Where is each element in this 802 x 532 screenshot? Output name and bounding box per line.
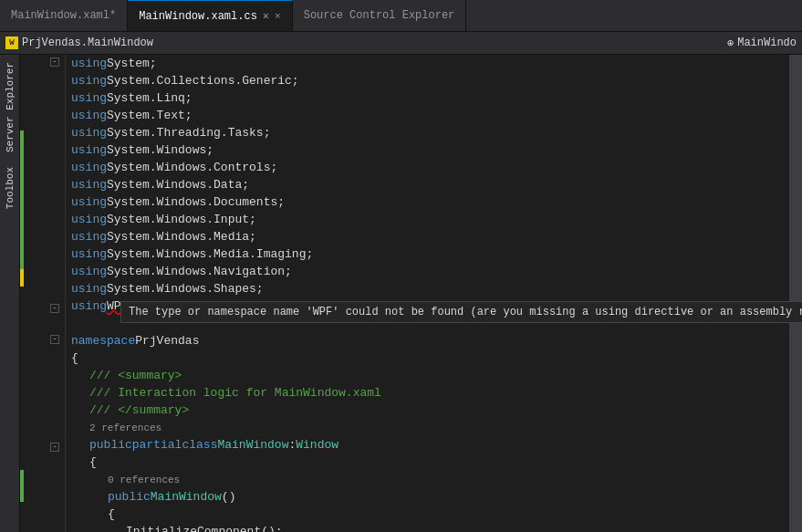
code-text: System.Linq; — [107, 91, 193, 105]
code-text: System.Windows.Navigation; — [107, 265, 292, 278]
gutter-row — [20, 193, 65, 209]
type-name: MainWindow — [217, 438, 288, 452]
gutter-row — [20, 209, 65, 224]
scrollbar[interactable] — [789, 55, 802, 532]
gutter-row: - — [20, 440, 65, 455]
code-line: namespace PrjVendas — [71, 332, 789, 349]
sidebar-strip: Server Explorer Toolbox — [0, 55, 20, 532]
collapse-icon[interactable]: - — [50, 443, 59, 452]
comment: /// <summary> — [89, 369, 182, 382]
gutter-row — [20, 424, 65, 440]
tab-bar: MainWindow.xaml* MainWindow.xaml.cs ✕ × … — [0, 0, 802, 32]
code-text: { — [108, 507, 115, 521]
code-line: using System.Windows.Controls; — [71, 159, 789, 176]
gutter-row — [20, 117, 65, 132]
gutter-row — [20, 409, 65, 424]
code-line: 0 references — [71, 471, 789, 488]
code-text: System.Windows.Data; — [107, 178, 249, 192]
code-line: using System.Text; — [71, 107, 789, 124]
gutter-row — [20, 101, 65, 117]
keyword: using — [71, 161, 107, 174]
breadcrumb-right: ⊕ MainWindo — [727, 37, 797, 50]
collapse-icon[interactable]: - — [50, 57, 59, 67]
code-text: System.Collections.Generic; — [107, 74, 299, 88]
code-line: using System.Windows.Media.Imaging; — [71, 245, 789, 263]
gutter-row — [20, 393, 65, 409]
tab-cs-modified: ✕ — [263, 9, 269, 23]
code-text: { — [71, 351, 78, 365]
collapse-icon[interactable]: - — [50, 304, 59, 313]
gutter: ---- — [20, 55, 66, 532]
code-area[interactable]: using System;using System.Collections.Ge… — [66, 55, 789, 532]
type-name: MainWindow — [151, 490, 222, 504]
code-line: { — [71, 454, 789, 471]
code-text: () — [222, 490, 236, 504]
code-text: System.Windows; — [107, 143, 214, 157]
code-line: using System.Windows.Media; — [71, 228, 789, 245]
code-line: /// </summary> — [71, 402, 789, 419]
gutter-row — [20, 270, 65, 286]
gutter-row — [20, 255, 65, 270]
reference-count: 2 references — [89, 422, 161, 433]
keyword: using — [71, 195, 107, 209]
code-text: PrjVendas — [135, 334, 199, 348]
collapse-icon[interactable]: - — [50, 335, 59, 344]
code-line: using WPF.Themes; — [71, 297, 789, 315]
code-line: using System.Windows.Data; — [71, 176, 789, 193]
sidebar-item-toolbox[interactable]: Toolbox — [3, 160, 17, 216]
gutter-row — [20, 286, 65, 301]
gutter-row — [20, 317, 65, 332]
code-text: System.Windows.Documents; — [107, 195, 285, 209]
gutter-row — [20, 516, 65, 532]
type-name: Window — [296, 438, 339, 452]
gutter-row — [20, 147, 65, 162]
code-line: using System.Threading.Tasks; — [71, 124, 789, 141]
keyword: using — [71, 109, 107, 122]
keyword: class — [182, 438, 217, 452]
tab-xaml-label: MainWindow.xaml* — [11, 9, 116, 22]
code-line: using System.Windows.Input; — [71, 211, 789, 228]
keyword: using — [71, 299, 107, 313]
tab-cs-label: MainWindow.xaml.cs — [139, 10, 257, 23]
gutter-row — [20, 471, 65, 486]
code-text: System.Windows.Input; — [107, 213, 256, 226]
reference-count: 0 references — [108, 475, 180, 485]
keyword: using — [71, 91, 107, 105]
gutter-row — [20, 455, 65, 471]
keyword: using — [71, 57, 107, 70]
keyword: using — [71, 178, 107, 192]
keyword: public — [108, 490, 151, 504]
gutter-row — [20, 348, 65, 363]
code-text: System.Windows.Media; — [107, 230, 256, 244]
tab-sce[interactable]: Source Control Explorer — [293, 0, 467, 31]
sidebar-item-server-explorer[interactable]: Server Explorer — [3, 55, 17, 160]
comment: /// Interaction logic for MainWindow.xam… — [89, 386, 381, 400]
code-line: 2 references — [71, 419, 789, 436]
gutter-row — [20, 363, 65, 379]
code-line: InitializeComponent(); — [71, 523, 789, 532]
code-text: { — [89, 455, 97, 469]
search-icon[interactable]: ⊕ — [727, 37, 734, 50]
gutter-row: - — [20, 55, 65, 70]
keyword: namespace — [71, 334, 135, 348]
tab-cs-close[interactable]: × — [275, 11, 281, 22]
gutter-row — [20, 501, 65, 516]
code-text: System.Windows.Controls; — [107, 161, 277, 174]
code-line: { — [71, 506, 789, 523]
tab-sce-label: Source Control Explorer — [304, 9, 455, 22]
code-text: System.Text; — [107, 109, 193, 122]
gutter-row — [20, 486, 65, 502]
code-line: using System.Windows.Documents; — [71, 193, 789, 211]
keyword: using — [71, 213, 107, 226]
keyword: using — [71, 247, 107, 261]
window-icon: W — [5, 37, 18, 49]
keyword: using — [71, 143, 107, 157]
code-line: public partial class MainWindow : Window — [71, 436, 789, 454]
breadcrumb-path[interactable]: PrjVendas.MainWindow — [22, 37, 153, 49]
gutter-row: - — [20, 332, 65, 348]
code-line: using System.Collections.Generic; — [71, 72, 789, 89]
gutter-row — [20, 240, 65, 256]
tab-cs[interactable]: MainWindow.xaml.cs ✕ × — [128, 0, 292, 31]
gutter-row — [20, 70, 65, 86]
tab-xaml[interactable]: MainWindow.xaml* — [0, 0, 128, 31]
